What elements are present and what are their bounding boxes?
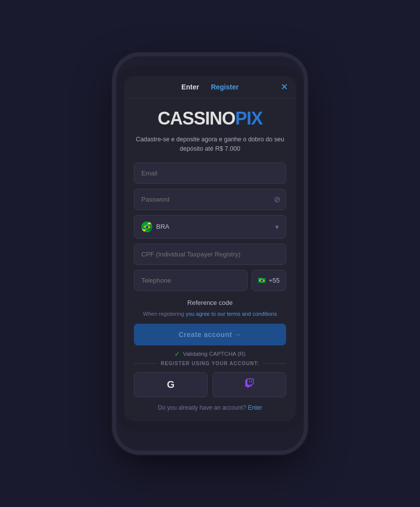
password-wrapper: ⊘ bbox=[134, 189, 286, 210]
brazil-flag-icon: 🇧🇷 bbox=[141, 221, 152, 232]
modal-body: CASSINOPIX Cadastre-se e deposite agora … bbox=[124, 98, 296, 411]
google-icon: G bbox=[167, 379, 175, 390]
modal-container: Enter Register ✕ CASSINOPIX Cadastre-se … bbox=[124, 76, 296, 421]
header-tabs: Enter Register bbox=[181, 83, 239, 91]
twitch-icon bbox=[245, 379, 254, 391]
logo: CASSINOPIX bbox=[134, 108, 286, 129]
cpf-field[interactable] bbox=[134, 244, 286, 265]
country-select[interactable]: 🇧🇷 BRA ▾ bbox=[134, 215, 286, 239]
country-left: 🇧🇷 BRA bbox=[141, 221, 169, 232]
phone-frame: Enter Register ✕ CASSINOPIX Cadastre-se … bbox=[116, 56, 304, 451]
divider-line-right bbox=[263, 363, 286, 364]
chevron-down-icon: ▾ bbox=[275, 223, 279, 231]
modal-header: Enter Register ✕ bbox=[124, 76, 296, 98]
social-divider-text: REGISTER USING YOUR ACCOUNT: bbox=[161, 361, 259, 366]
social-divider-row: REGISTER USING YOUR ACCOUNT: bbox=[134, 361, 286, 366]
ref-code-section: Reference code bbox=[134, 298, 286, 307]
logo-cassino: CASSINO bbox=[158, 108, 235, 128]
eye-icon[interactable]: ⊘ bbox=[274, 195, 280, 204]
email-field[interactable] bbox=[134, 163, 286, 184]
divider-line-left bbox=[134, 363, 157, 364]
telephone-field[interactable] bbox=[134, 270, 248, 291]
cpf-group bbox=[134, 244, 286, 265]
signin-link[interactable]: Enter bbox=[248, 404, 262, 411]
country-group: 🇧🇷 BRA ▾ bbox=[134, 215, 286, 239]
terms-text: When registering you agree to our terms … bbox=[134, 311, 286, 317]
create-account-button[interactable]: Create account → bbox=[134, 324, 286, 345]
terms-link[interactable]: you agree to our terms and conditions bbox=[186, 311, 277, 317]
captcha-row: ✓ Validating CAPTCHA (R) bbox=[134, 350, 286, 358]
phone-country-selector[interactable]: 🇧🇷 +55 bbox=[252, 270, 286, 291]
password-group: ⊘ bbox=[134, 189, 286, 210]
google-login-button[interactable]: G bbox=[134, 372, 208, 397]
social-buttons: G bbox=[134, 372, 286, 397]
password-field[interactable] bbox=[134, 189, 286, 210]
logo-pix: PIX bbox=[235, 108, 262, 128]
signin-text: Do you already have an account? Enter bbox=[134, 404, 286, 411]
check-icon: ✓ bbox=[174, 350, 180, 358]
email-group bbox=[134, 163, 286, 184]
captcha-text: Validating CAPTCHA (R) bbox=[183, 351, 245, 357]
phone-country-code: +55 bbox=[269, 277, 280, 284]
country-code-label: BRA bbox=[156, 223, 169, 230]
tab-register[interactable]: Register bbox=[211, 83, 239, 91]
phone-row: 🇧🇷 +55 bbox=[134, 270, 286, 291]
tab-enter[interactable]: Enter bbox=[181, 83, 199, 91]
ref-code-label[interactable]: Reference code bbox=[187, 299, 233, 306]
phone-inner: Enter Register ✕ CASSINOPIX Cadastre-se … bbox=[116, 66, 304, 431]
telephone-group: 🇧🇷 +55 bbox=[134, 270, 286, 291]
logo-area: CASSINOPIX bbox=[134, 108, 286, 129]
promo-text: Cadastre-se e deposite agora e ganhe o d… bbox=[134, 135, 286, 154]
phone-flag-icon: 🇧🇷 bbox=[258, 277, 266, 284]
twitch-login-button[interactable] bbox=[212, 372, 286, 397]
close-button[interactable]: ✕ bbox=[281, 83, 288, 91]
